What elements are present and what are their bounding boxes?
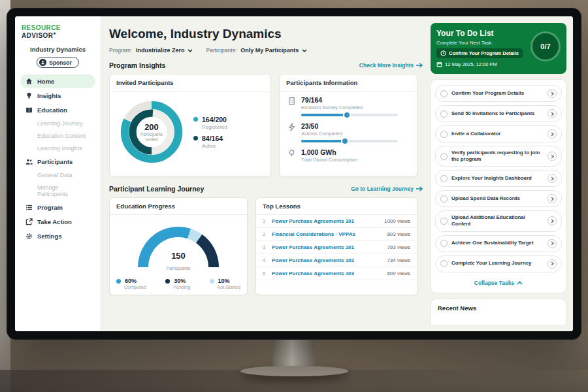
- sidebar-item-program[interactable]: Program: [20, 201, 95, 214]
- sidebar-item-learning-journey[interactable]: Learning Journey: [20, 118, 95, 129]
- task-checkbox[interactable]: [440, 131, 448, 138]
- top-lessons-title: Top Lessons: [256, 198, 417, 215]
- lesson-row: 3 Power Purchase Agreements 101 793 view…: [256, 241, 417, 254]
- chevron-right-icon[interactable]: [547, 194, 557, 203]
- learning-journey-header: Participant Learning Journey Go to Learn…: [109, 185, 423, 193]
- chevron-right-icon[interactable]: [547, 216, 557, 225]
- stat-consumption: 1,000 GWh Total Global Consumption: [280, 144, 417, 164]
- info-card-title: Participants Information: [280, 74, 417, 91]
- sponsor-icon: [39, 59, 46, 66]
- lesson-link[interactable]: Power Purchase Agreements 101: [272, 218, 380, 224]
- sidebar-item-settings[interactable]: Settings: [20, 229, 95, 243]
- invited-center-value: 200: [144, 122, 159, 132]
- task-row-8[interactable]: Achieve One Sustainability Target: [435, 235, 562, 252]
- sidebar-item-participants[interactable]: Participants: [20, 155, 95, 169]
- todo-panel: Your To Do List Complete Your Next Task:…: [431, 16, 573, 331]
- participants-filter-label: Participants:: [206, 47, 237, 54]
- legend-not-started: 10% Not Started: [210, 278, 240, 289]
- learning-journey-title: Participant Learning Journey: [109, 185, 204, 193]
- task-checkbox[interactable]: [440, 90, 448, 97]
- sidebar-item-learning-insights[interactable]: Learning Insights: [20, 142, 95, 154]
- chevron-right-icon[interactable]: [547, 239, 557, 248]
- learning-cards: Education Progress 150 Participants: [109, 197, 423, 295]
- lesson-link[interactable]: Power Purchase Agreements 102: [272, 257, 382, 263]
- task-checkbox[interactable]: [440, 260, 448, 267]
- education-progress-card: Education Progress 150 Participants: [109, 197, 248, 295]
- education-legend: 60% Completed 30% Pending 10%: [110, 272, 247, 289]
- task-row-3[interactable]: Invite a Collaborator: [435, 125, 562, 142]
- participants-dropdown[interactable]: Only My Participants: [240, 47, 307, 54]
- task-checkbox[interactable]: [440, 175, 448, 182]
- task-row-2[interactable]: Send 50 Invitations to Participants: [435, 105, 562, 122]
- go-to-learning-journey-link[interactable]: Go to Learning Journey: [351, 186, 423, 192]
- legend-active: 84/164 Active: [193, 135, 227, 149]
- sponsor-badge[interactable]: Sponsor: [37, 57, 78, 68]
- invited-participants-card: Invited Participants 200: [109, 74, 271, 177]
- recent-news-title: Recent News: [438, 304, 559, 312]
- task-row-5[interactable]: Explore Your Insights Dashboard: [435, 170, 562, 187]
- collapse-tasks-link[interactable]: Collapse Tasks: [434, 276, 563, 291]
- sidebar-item-home[interactable]: Home: [20, 74, 95, 88]
- invited-donut-chart: 200 Participants Invited: [115, 95, 188, 169]
- brand-logo: RESOURCE ADVISOR+: [20, 23, 95, 44]
- recent-news-card: Recent News: [431, 299, 566, 325]
- monitor-stand: [273, 337, 315, 370]
- task-row-4[interactable]: Verify participants requesting to join t…: [435, 146, 562, 167]
- lesson-row: 1 Power Purchase Agreements 101 1000 vie…: [256, 215, 417, 228]
- sidebar-item-general-data[interactable]: General Data: [20, 169, 95, 181]
- chevron-down-icon: [188, 49, 193, 52]
- task-checkbox[interactable]: [440, 153, 448, 160]
- stat-emission-survey: 79/164 Emission Survey Completed: [280, 91, 417, 118]
- calendar-icon: [436, 61, 442, 67]
- lesson-link[interactable]: Power Purchase Agreements 103: [272, 270, 382, 276]
- active-dot: [193, 136, 198, 140]
- photo-background: RESOURCE ADVISOR+ Industry Dynamics Spon…: [0, 0, 588, 392]
- task-checkbox[interactable]: [440, 218, 448, 225]
- chevron-right-icon[interactable]: [547, 174, 557, 183]
- chevron-right-icon[interactable]: [547, 109, 557, 118]
- page-title: Welcome, Industry Dynamics: [109, 27, 423, 41]
- arrow-right-icon: [416, 186, 423, 191]
- task-checkbox[interactable]: [440, 195, 448, 203]
- sidebar: RESOURCE ADVISOR+ Industry Dynamics Spon…: [15, 16, 101, 331]
- program-icon: [25, 204, 33, 211]
- todo-progress-ring: 0/7: [531, 31, 561, 61]
- program-insights-header: Program Insights Check More Insights: [109, 61, 423, 69]
- task-row-7[interactable]: Upload Additional Educational Content: [435, 210, 562, 231]
- legend-pending: 30% Pending: [165, 278, 190, 289]
- chevron-right-icon[interactable]: [547, 129, 557, 139]
- chevron-right-icon[interactable]: [547, 152, 557, 161]
- task-row-1[interactable]: Confirm Your Program Details: [435, 85, 562, 102]
- sidebar-item-education-content[interactable]: Education Content: [20, 130, 95, 142]
- chevron-right-icon[interactable]: [547, 89, 557, 98]
- chevron-up-icon: [517, 281, 523, 285]
- lesson-link[interactable]: Financial Considerations - VPPAs: [272, 231, 382, 237]
- top-lessons-card: Top Lessons 1 Power Purchase Agreements …: [255, 197, 417, 295]
- task-checkbox[interactable]: [440, 110, 448, 118]
- arrow-right-icon: [416, 63, 423, 68]
- sidebar-item-education[interactable]: Education: [20, 103, 95, 117]
- sidebar-item-take-action[interactable]: Take Action: [20, 215, 95, 229]
- main-content: Welcome, Industry Dynamics Program: Indu…: [101, 16, 431, 331]
- invited-legend: 164/200 Registered 84/164 Active: [193, 111, 227, 154]
- check-more-insights-link[interactable]: Check More Insights: [359, 62, 423, 69]
- gauge-center-label: Participants: [167, 266, 191, 270]
- sidebar-item-manage-participants[interactable]: Manage Participants: [20, 182, 95, 200]
- sidebar-item-insights[interactable]: Insights: [20, 89, 95, 103]
- registered-dot: [193, 117, 198, 122]
- todo-hero-card: Your To Do List Complete Your Next Task:…: [431, 23, 566, 74]
- brand-plus: +: [53, 31, 56, 36]
- education-icon: [25, 106, 33, 114]
- lesson-row: 5 Power Purchase Agreements 103 600 view…: [256, 267, 417, 280]
- task-row-9[interactable]: Complete Your Learning Journey: [435, 255, 562, 272]
- legend-completed: 60% Completed: [116, 278, 146, 289]
- next-task-pill[interactable]: Confirm Your Program Details: [436, 48, 523, 58]
- chevron-right-icon[interactable]: [547, 259, 557, 269]
- lesson-link[interactable]: Power Purchase Agreements 101: [272, 244, 382, 250]
- task-row-6[interactable]: Upload Spend Data Records: [435, 190, 562, 207]
- task-checkbox[interactable]: [440, 240, 448, 247]
- next-task-due: 12 May 2025, 12:00 PM: [436, 61, 523, 67]
- education-gauge-chart: 150 Participants: [133, 220, 224, 272]
- program-dropdown[interactable]: Industrialize Zero: [136, 47, 193, 54]
- take-action-icon: [25, 218, 33, 225]
